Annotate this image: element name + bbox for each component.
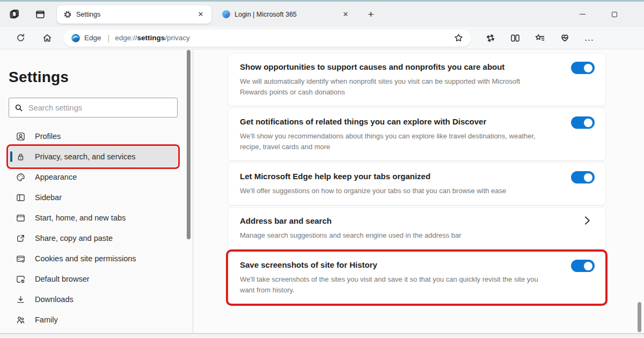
address-bar[interactable]: Edge | edge://settings/privacy (63, 30, 471, 47)
browser-check-icon (16, 275, 25, 284)
more-menu-icon[interactable]: … (581, 30, 598, 47)
family-icon (16, 315, 25, 325)
setting-card-save-screenshots-of-site-for-history: Save screenshots of site for History We'… (228, 252, 605, 304)
page-title: Settings (9, 69, 178, 86)
setting-title: Show opportunities to support causes and… (240, 62, 541, 71)
favorite-star-icon[interactable] (450, 30, 467, 47)
setting-title: Get notifications of related things you … (240, 117, 541, 126)
setting-description: Manage search suggestions and search eng… (240, 230, 541, 241)
setting-card-address-bar-and-search: Address bar and search Manage search sug… (228, 208, 605, 249)
sidebar-item-share-copy-and-paste[interactable]: Share, copy and paste (9, 228, 178, 248)
sidebar-item-sidebar[interactable]: Sidebar (9, 187, 178, 208)
workspaces-icon[interactable] (5, 5, 24, 24)
sidebar-nav: Profiles Privacy, search, and services A… (9, 126, 178, 330)
sidebar-item-profiles[interactable]: Profiles (9, 126, 178, 146)
setting-description: We'll take screenshots of the sites you … (240, 274, 541, 295)
extensions-icon[interactable] (482, 30, 499, 47)
m365-logo-icon (222, 10, 230, 18)
split-screen-icon[interactable] (507, 30, 524, 47)
sidebar-item-start-home-and-new-tabs[interactable]: Start, home, and new tabs (9, 208, 178, 228)
sidebar-item-downloads[interactable]: Downloads (9, 289, 178, 310)
setting-title: Save screenshots of site for History (240, 260, 541, 269)
search-input[interactable] (28, 104, 172, 112)
toggle-switch[interactable] (571, 171, 595, 183)
browser-window: Settings ✕ Login | Microsoft 365 ✕ + (0, 0, 644, 338)
sidebar-item-appearance[interactable]: Appearance (9, 167, 178, 187)
sidebar-item-label: Downloads (35, 295, 74, 304)
setting-description: We will automatically identify when nonp… (240, 76, 541, 97)
tab-settings[interactable]: Settings ✕ (57, 5, 211, 24)
sidebar-item-label: Start, home, and new tabs (35, 214, 126, 222)
sidebar-item-default-browser[interactable]: Default browser (9, 269, 178, 289)
tab-strip: Settings ✕ Login | Microsoft 365 ✕ + (0, 2, 644, 27)
settings-search-box[interactable] (9, 98, 178, 117)
setting-description: We'll offer suggestions on how to organi… (240, 186, 541, 196)
tab-title: Settings (76, 11, 191, 18)
setting-card-let-microsoft-edge-help-keep-your-tabs-o: Let Microsoft Edge help keep your tabs o… (228, 163, 605, 205)
tab-m365-login[interactable]: Login | Microsoft 365 ✕ (216, 5, 356, 24)
window-bottom-edge (0, 333, 644, 337)
sidebar-item-label: Share, copy and paste (35, 234, 113, 243)
settings-sidebar: Settings Profiles Privacy, search, and s… (0, 49, 193, 333)
toggle-switch[interactable] (571, 116, 595, 129)
home-tabs-icon (16, 214, 25, 223)
divider: | (108, 34, 110, 42)
toolbar-actions: … (474, 30, 598, 47)
toolbar: Edge | edge://settings/privacy (0, 27, 644, 49)
settings-content: Show opportunities to support causes and… (193, 49, 644, 333)
site-chip[interactable]: Edge (71, 33, 101, 43)
sidebar-item-label: Sidebar (35, 193, 62, 202)
download-icon (16, 295, 25, 304)
sidebar-item-label: Privacy, search, and services (35, 152, 136, 161)
sidebar-item-cookies-and-site-permissions[interactable]: Cookies and site permissions (9, 248, 178, 269)
close-tab-icon[interactable]: ✕ (340, 9, 351, 20)
share-icon (16, 234, 25, 243)
search-icon (14, 104, 23, 112)
person-icon (16, 132, 25, 141)
browser-essentials-icon[interactable] (556, 30, 573, 47)
setting-card-get-notifications-of-related-things-you-: Get notifications of related things you … (228, 108, 605, 160)
tab-actions-icon[interactable] (31, 5, 49, 24)
home-icon[interactable] (39, 30, 56, 47)
palette-icon (16, 173, 25, 182)
sidebar-item-privacy-search-and-services[interactable]: Privacy, search, and services (9, 146, 178, 167)
maximize-icon[interactable] (605, 5, 624, 24)
settings-cards: Show opportunities to support causes and… (228, 54, 605, 304)
sidebar-item-label: Cookies and site permissions (35, 254, 136, 263)
close-tab-icon[interactable]: ✕ (195, 9, 206, 20)
chevron-right-icon[interactable] (582, 215, 592, 226)
gear-icon (63, 10, 72, 19)
edge-logo-icon (71, 33, 80, 43)
favorites-list-icon[interactable] (531, 30, 548, 47)
lock-icon (16, 152, 25, 161)
window-controls (573, 5, 644, 24)
sidebar-item-label: Family (35, 315, 58, 324)
app-body: Settings Profiles Privacy, search, and s… (0, 49, 644, 333)
setting-title: Address bar and search (240, 216, 541, 225)
toggle-switch[interactable] (571, 62, 595, 74)
sidebar-icon (16, 193, 25, 202)
tab-title: Login | Microsoft 365 (235, 11, 336, 18)
sidebar-item-label: Appearance (35, 173, 77, 181)
sidebar-scrollbar-thumb[interactable] (187, 50, 191, 239)
site-label: Edge (84, 34, 101, 42)
sidebar-item-label: Profiles (35, 132, 61, 141)
sidebar-item-label: Default browser (35, 275, 90, 283)
content-scrollbar-thumb[interactable] (638, 302, 641, 332)
refresh-icon[interactable] (12, 30, 29, 47)
sidebar-item-family[interactable]: Family (9, 310, 178, 330)
setting-title: Let Microsoft Edge help keep your tabs o… (240, 172, 541, 181)
setting-description: We'll show you recommendations about thi… (240, 131, 541, 152)
toggle-switch[interactable] (571, 260, 595, 272)
cookies-icon (16, 254, 25, 263)
setting-card-show-opportunities-to-support-causes-and: Show opportunities to support causes and… (228, 54, 605, 106)
url-text: edge://settings/privacy (115, 34, 450, 42)
new-tab-icon[interactable]: + (362, 5, 380, 24)
minimize-icon[interactable] (573, 5, 591, 24)
